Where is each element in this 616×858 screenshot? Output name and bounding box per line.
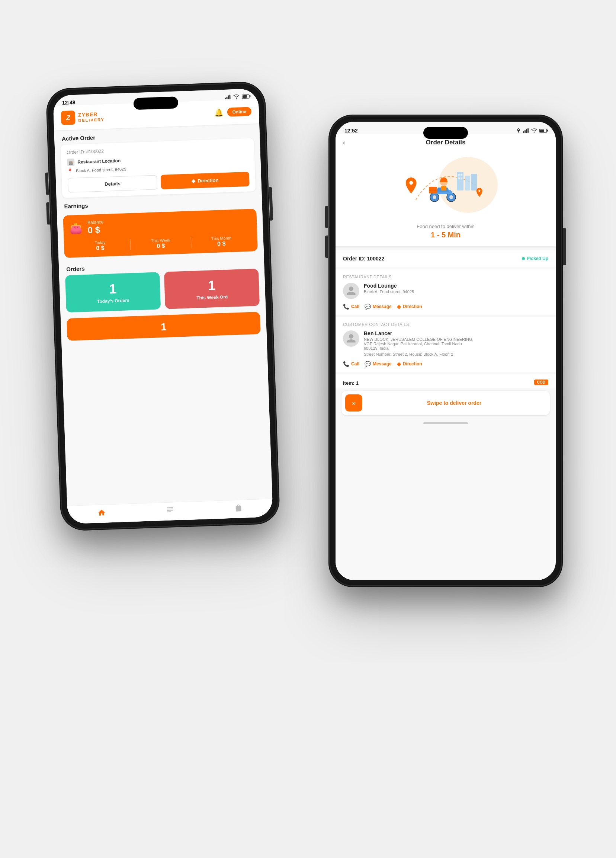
customer-message-btn[interactable]: 💬 Message (365, 361, 392, 367)
call-icon-c: 📞 (343, 361, 349, 367)
logo-icon: Z (61, 110, 76, 125)
direction-button[interactable]: ◆ Direction (161, 172, 250, 190)
power-btn (269, 187, 273, 221)
cod-badge: COD (534, 379, 548, 385)
earning-month: This Month 0 $ (191, 235, 252, 249)
customer-direction-btn[interactable]: ◆ Direction (397, 361, 422, 367)
restaurant-call-btn[interactable]: 📞 Call (343, 304, 359, 309)
svg-rect-13 (471, 174, 477, 191)
svg-rect-7 (526, 129, 527, 133)
delivery-svg (394, 155, 498, 214)
bag-icon (234, 504, 243, 512)
restaurant-icon: 🏬 (67, 159, 75, 166)
power-btn-2 (563, 228, 566, 265)
customer-contact-actions: 📞 Call 💬 Message ◆ Direction (343, 361, 548, 367)
details-button[interactable]: Details (68, 175, 157, 192)
svg-point-9 (534, 132, 535, 133)
delivery-time-section: Food need to deliver within 1 - 5 Min (335, 218, 556, 248)
brand-sub: DELIVERY (78, 117, 104, 123)
balance-row: 👛 Balance 0 $ (69, 214, 251, 236)
restaurant-section-label: Restaurant Details (343, 275, 548, 279)
thisweek-orders-card[interactable]: 1 This Week Ord (164, 269, 260, 309)
phone-1: 12:48 (48, 83, 279, 530)
restaurant-section: Restaurant Details Food Lounge Block A, … (335, 269, 556, 315)
balance-label: Balance (87, 219, 104, 225)
nav-orders[interactable] (166, 506, 174, 514)
svg-rect-1 (226, 97, 227, 99)
customer-street: Street Number: Street 2, House: Block A,… (364, 352, 473, 356)
app-screen-order-details: 12:52 (335, 122, 556, 580)
back-button[interactable]: ‹ (343, 139, 345, 147)
wifi-icon (233, 94, 240, 99)
swipe-bar[interactable]: » Swipe to deliver order (341, 391, 550, 415)
restaurant-message-btn[interactable]: 💬 Message (365, 304, 392, 309)
signal-icon (225, 95, 231, 99)
phone-2-screen: 12:52 (335, 122, 556, 580)
svg-point-21 (449, 195, 453, 199)
nav-bag[interactable] (234, 504, 243, 512)
svg-rect-12 (465, 176, 470, 191)
vol-btn-down-2 (325, 236, 328, 258)
earning-today: Today 0 $ (70, 239, 130, 253)
phone-1-screen: 12:48 (53, 89, 273, 524)
vol-btn-up (45, 173, 49, 195)
orders-icon (166, 506, 174, 514)
battery-icon-2 (539, 129, 547, 133)
balance-info: Balance 0 $ (87, 219, 104, 235)
scene: 12:48 (48, 20, 568, 838)
svg-rect-2 (228, 95, 229, 99)
customer-address-3: 600129, India (364, 346, 473, 350)
svg-rect-0 (225, 98, 226, 99)
svg-rect-16 (458, 177, 460, 179)
svg-rect-6 (524, 130, 526, 133)
svg-rect-15 (461, 174, 462, 176)
earnings-card: 👛 Balance 0 $ Today 0 $ This Week (63, 209, 258, 258)
wallet-icon: 👛 (69, 222, 82, 235)
restaurant-location-label: Restaurant Location (78, 158, 121, 165)
message-icon: 💬 (365, 304, 371, 309)
todays-label: Today's Orders (71, 297, 155, 305)
home-bar-2 (423, 422, 468, 424)
time-label: Food need to deliver within (343, 224, 548, 229)
pin-icon: 📍 (67, 168, 73, 174)
order-status-bar: Order ID: 100022 Picked Up (335, 250, 556, 267)
location-icon (516, 128, 521, 133)
restaurant-info: Food Lounge Block A, Food street, 94025 (343, 283, 548, 299)
call-icon: 📞 (343, 304, 349, 309)
customer-call-btn[interactable]: 📞 Call (343, 361, 359, 367)
svg-point-4 (236, 98, 237, 99)
todays-count: 1 (71, 280, 155, 298)
message-icon-c: 💬 (365, 361, 371, 367)
swipe-text: Swipe to deliver order (362, 400, 546, 406)
app-screen-home: 12:48 (53, 89, 273, 524)
customer-avatar (343, 330, 359, 347)
restaurant-direction-btn[interactable]: ◆ Direction (397, 304, 422, 309)
todays-orders-card[interactable]: 1 Today's Orders (65, 272, 161, 312)
home-indicator-2 (335, 418, 556, 429)
earnings-breakdown: Today 0 $ This Week 0 $ This Month 0 $ (70, 235, 252, 253)
item-label: Item: 1 (343, 380, 358, 386)
battery-icon (242, 94, 249, 99)
customer-address-1: NEW BLOCK, JERUSALEM COLLEGE OF ENGINEER… (364, 337, 473, 342)
online-badge: Online (227, 107, 251, 117)
extra-count: 1 (73, 318, 255, 336)
nav-home[interactable] (98, 508, 106, 517)
signal-icon-2 (523, 128, 529, 133)
earning-week: This Week 0 $ (130, 237, 191, 250)
svg-rect-14 (458, 174, 460, 176)
restaurant-avatar (343, 283, 359, 299)
logo-text: ZYBER DELIVERY (78, 111, 105, 123)
orders-grid: 1 Today's Orders 1 This Week Ord (65, 269, 260, 316)
vol-btn-up-2 (325, 206, 328, 228)
status-icons-1 (225, 94, 249, 99)
restaurant-name: Food Lounge (364, 283, 414, 289)
swipe-button[interactable]: » (345, 395, 362, 412)
direction-icon-c: ◆ (397, 361, 401, 367)
bell-icon[interactable]: 🔔 (214, 108, 223, 117)
order-header-title: Order Details (426, 139, 466, 146)
dynamic-island-1 (133, 96, 178, 110)
header-right: 🔔 Online (214, 107, 251, 117)
svg-rect-3 (229, 95, 230, 99)
vol-btn-down (46, 202, 50, 225)
svg-rect-8 (528, 128, 529, 133)
